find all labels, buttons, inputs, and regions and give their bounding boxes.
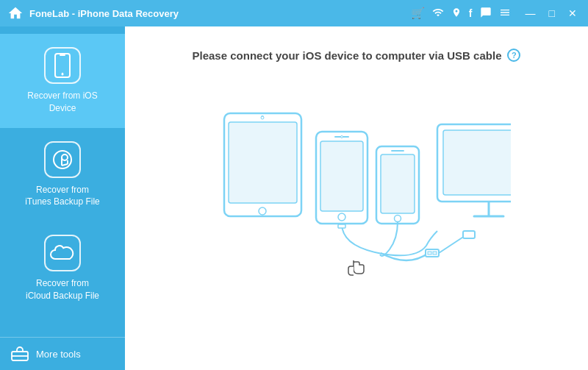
svg-point-23 — [395, 216, 401, 222]
more-tools-label: More tools — [36, 349, 81, 360]
cart-icon[interactable]: 🛒 — [411, 7, 425, 20]
svg-rect-33 — [428, 252, 431, 255]
toolbar-icons: 🛒 f — [411, 7, 511, 21]
maximize-button[interactable]: □ — [545, 6, 559, 21]
svg-rect-12 — [229, 122, 297, 203]
sidebar-item-ios-device[interactable]: Recover from iOSDevice — [0, 34, 125, 128]
window-controls: — □ ✕ — [522, 6, 581, 21]
sidebar-item-itunes-backup[interactable]: Recover fromiTunes Backup File — [0, 128, 125, 222]
svg-rect-37 — [338, 224, 345, 228]
connect-prompt: Please connect your iOS device to comput… — [193, 49, 502, 62]
itunes-backup-label: Recover fromiTunes Backup File — [25, 184, 100, 209]
minimize-button[interactable]: — — [522, 6, 539, 21]
ios-device-label: Recover from iOSDevice — [27, 90, 97, 115]
svg-point-13 — [259, 207, 266, 215]
content-title-row: Please connect your iOS device to comput… — [193, 49, 521, 62]
ios-device-icon-wrapper — [44, 47, 81, 84]
svg-line-7 — [62, 164, 68, 166]
icloud-backup-label: Recover fromiCloud Backup File — [26, 277, 99, 302]
content-area: Please connect your iOS device to comput… — [125, 26, 588, 370]
svg-point-18 — [338, 213, 345, 221]
main-layout: Recover from iOSDevice Recover fromiTune… — [0, 26, 588, 370]
more-tools-button[interactable]: More tools — [0, 337, 125, 370]
svg-point-20 — [341, 136, 343, 138]
svg-point-15 — [261, 116, 264, 119]
device-illustration — [202, 91, 511, 290]
close-button[interactable]: ✕ — [564, 6, 581, 21]
usb-connection-illustration — [202, 91, 511, 290]
menu-icon[interactable] — [499, 7, 511, 21]
window-title: FoneLab - iPhone Data Recovery — [29, 8, 411, 19]
svg-rect-17 — [320, 141, 363, 211]
svg-rect-36 — [463, 231, 475, 238]
svg-rect-26 — [443, 130, 511, 195]
toolbox-icon — [11, 346, 29, 361]
icloud-icon-wrapper — [44, 235, 81, 271]
wifi-icon[interactable] — [432, 7, 444, 21]
svg-rect-34 — [433, 252, 437, 255]
sidebar-item-icloud-backup[interactable]: Recover fromiCloud Backup File — [0, 221, 125, 316]
help-icon[interactable]: ? — [507, 49, 520, 62]
title-bar: FoneLab - iPhone Data Recovery 🛒 f — □ ✕ — [0, 0, 588, 26]
app-icon — [7, 5, 24, 21]
sidebar: Recover from iOSDevice Recover fromiTune… — [0, 26, 125, 370]
facebook-icon[interactable]: f — [469, 7, 473, 19]
chat-icon[interactable] — [480, 7, 492, 21]
svg-point-2 — [62, 74, 64, 76]
location-icon[interactable] — [451, 7, 462, 21]
itunes-icon-wrapper — [44, 141, 81, 178]
svg-point-5 — [62, 154, 68, 160]
svg-rect-22 — [381, 154, 415, 213]
